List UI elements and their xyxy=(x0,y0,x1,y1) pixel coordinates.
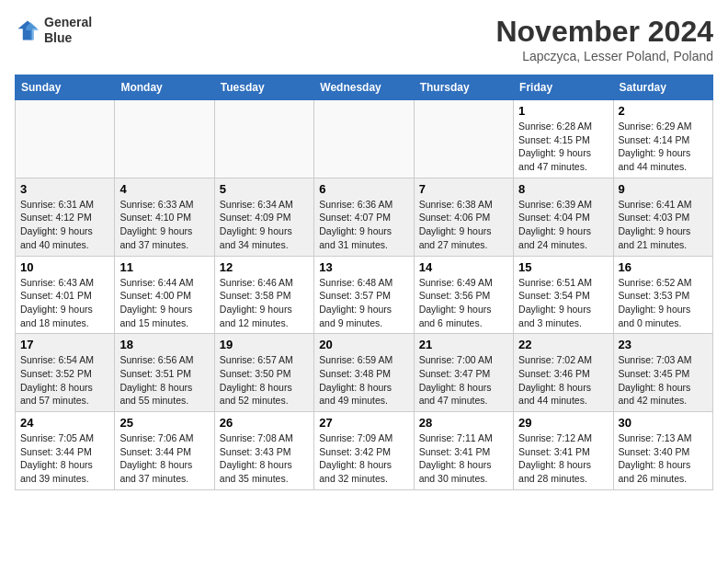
calendar-day-cell xyxy=(314,100,414,178)
calendar-week-row: 17Sunrise: 6:54 AM Sunset: 3:52 PM Dayli… xyxy=(16,334,713,412)
day-number: 6 xyxy=(319,182,408,196)
day-info: Sunrise: 6:44 AM Sunset: 4:00 PM Dayligh… xyxy=(119,276,209,330)
day-number: 13 xyxy=(319,260,408,274)
weekday-header: Thursday xyxy=(414,75,513,100)
day-number: 20 xyxy=(319,338,408,351)
calendar-day-cell: 4Sunrise: 6:33 AM Sunset: 4:10 PM Daylig… xyxy=(115,178,214,256)
weekday-header: Tuesday xyxy=(214,75,313,100)
day-info: Sunrise: 6:49 AM Sunset: 3:56 PM Dayligh… xyxy=(419,276,508,330)
calendar-day-cell: 14Sunrise: 6:49 AM Sunset: 3:56 PM Dayli… xyxy=(414,256,513,334)
calendar-day-cell: 6Sunrise: 6:36 AM Sunset: 4:07 PM Daylig… xyxy=(314,178,414,256)
calendar-table: SundayMondayTuesdayWednesdayThursdayFrid… xyxy=(15,75,713,490)
day-info: Sunrise: 6:48 AM Sunset: 3:57 PM Dayligh… xyxy=(319,276,408,330)
calendar-day-cell: 17Sunrise: 6:54 AM Sunset: 3:52 PM Dayli… xyxy=(16,334,115,412)
calendar-day-cell: 15Sunrise: 6:51 AM Sunset: 3:54 PM Dayli… xyxy=(514,256,613,334)
day-info: Sunrise: 6:57 AM Sunset: 3:50 PM Dayligh… xyxy=(220,353,309,408)
calendar-day-cell: 23Sunrise: 7:03 AM Sunset: 3:45 PM Dayli… xyxy=(613,334,712,412)
day-number: 30 xyxy=(619,416,708,430)
weekday-header: Wednesday xyxy=(314,75,414,100)
calendar-day-cell: 9Sunrise: 6:41 AM Sunset: 4:03 PM Daylig… xyxy=(613,178,712,256)
day-info: Sunrise: 7:13 AM Sunset: 3:40 PM Dayligh… xyxy=(619,431,708,486)
calendar-day-cell: 3Sunrise: 6:31 AM Sunset: 4:12 PM Daylig… xyxy=(16,178,115,256)
day-info: Sunrise: 6:34 AM Sunset: 4:09 PM Dayligh… xyxy=(220,198,309,252)
calendar-day-cell: 25Sunrise: 7:06 AM Sunset: 3:44 PM Dayli… xyxy=(115,412,214,490)
logo-text: General Blue xyxy=(44,15,92,46)
calendar-day-cell: 30Sunrise: 7:13 AM Sunset: 3:40 PM Dayli… xyxy=(613,412,712,490)
calendar-day-cell xyxy=(115,100,214,178)
day-number: 15 xyxy=(518,260,608,274)
day-number: 8 xyxy=(518,182,608,196)
calendar-day-cell: 29Sunrise: 7:12 AM Sunset: 3:41 PM Dayli… xyxy=(514,412,613,490)
day-number: 14 xyxy=(419,260,508,274)
day-info: Sunrise: 6:51 AM Sunset: 3:54 PM Dayligh… xyxy=(518,276,608,330)
day-number: 18 xyxy=(119,338,209,351)
title-area: November 2024 Lapczyca, Lesser Poland, P… xyxy=(495,15,713,63)
day-info: Sunrise: 6:52 AM Sunset: 3:53 PM Dayligh… xyxy=(619,276,708,330)
calendar-day-cell: 1Sunrise: 6:28 AM Sunset: 4:15 PM Daylig… xyxy=(514,100,613,178)
day-number: 11 xyxy=(119,260,209,274)
day-number: 23 xyxy=(619,338,708,351)
day-info: Sunrise: 7:03 AM Sunset: 3:45 PM Dayligh… xyxy=(619,353,708,408)
calendar-header-row: SundayMondayTuesdayWednesdayThursdayFrid… xyxy=(16,75,713,100)
day-info: Sunrise: 7:12 AM Sunset: 3:41 PM Dayligh… xyxy=(518,431,608,486)
day-info: Sunrise: 6:28 AM Sunset: 4:15 PM Dayligh… xyxy=(518,120,608,174)
calendar-week-row: 10Sunrise: 6:43 AM Sunset: 4:01 PM Dayli… xyxy=(16,256,713,334)
day-number: 10 xyxy=(20,260,109,274)
calendar-day-cell: 10Sunrise: 6:43 AM Sunset: 4:01 PM Dayli… xyxy=(16,256,115,334)
day-info: Sunrise: 7:09 AM Sunset: 3:42 PM Dayligh… xyxy=(319,431,408,486)
day-number: 9 xyxy=(619,182,708,196)
day-number: 1 xyxy=(518,104,608,118)
day-info: Sunrise: 6:41 AM Sunset: 4:03 PM Dayligh… xyxy=(619,198,708,252)
weekday-header: Saturday xyxy=(613,75,712,100)
calendar-day-cell: 7Sunrise: 6:38 AM Sunset: 4:06 PM Daylig… xyxy=(414,178,513,256)
calendar-day-cell: 22Sunrise: 7:02 AM Sunset: 3:46 PM Dayli… xyxy=(514,334,613,412)
logo-icon xyxy=(15,17,40,43)
calendar-day-cell: 2Sunrise: 6:29 AM Sunset: 4:14 PM Daylig… xyxy=(613,100,712,178)
day-number: 24 xyxy=(20,416,109,430)
calendar-day-cell: 8Sunrise: 6:39 AM Sunset: 4:04 PM Daylig… xyxy=(514,178,613,256)
day-info: Sunrise: 7:02 AM Sunset: 3:46 PM Dayligh… xyxy=(518,353,608,408)
day-number: 7 xyxy=(419,182,508,196)
day-info: Sunrise: 7:00 AM Sunset: 3:47 PM Dayligh… xyxy=(419,353,508,408)
month-title: November 2024 xyxy=(495,15,713,49)
day-info: Sunrise: 6:36 AM Sunset: 4:07 PM Dayligh… xyxy=(319,198,408,252)
day-number: 2 xyxy=(619,104,708,118)
day-info: Sunrise: 6:43 AM Sunset: 4:01 PM Dayligh… xyxy=(20,276,109,330)
calendar-day-cell: 27Sunrise: 7:09 AM Sunset: 3:42 PM Dayli… xyxy=(314,412,414,490)
day-info: Sunrise: 7:05 AM Sunset: 3:44 PM Dayligh… xyxy=(20,431,109,486)
day-number: 19 xyxy=(220,338,309,351)
weekday-header: Monday xyxy=(115,75,214,100)
day-number: 27 xyxy=(319,416,408,430)
day-number: 12 xyxy=(220,260,309,274)
day-number: 29 xyxy=(518,416,608,430)
day-info: Sunrise: 7:06 AM Sunset: 3:44 PM Dayligh… xyxy=(119,431,209,486)
calendar-day-cell xyxy=(16,100,115,178)
calendar-day-cell: 16Sunrise: 6:52 AM Sunset: 3:53 PM Dayli… xyxy=(613,256,712,334)
calendar-day-cell: 11Sunrise: 6:44 AM Sunset: 4:00 PM Dayli… xyxy=(115,256,214,334)
day-info: Sunrise: 6:33 AM Sunset: 4:10 PM Dayligh… xyxy=(119,198,209,252)
calendar-day-cell: 12Sunrise: 6:46 AM Sunset: 3:58 PM Dayli… xyxy=(214,256,313,334)
calendar-day-cell: 24Sunrise: 7:05 AM Sunset: 3:44 PM Dayli… xyxy=(16,412,115,490)
calendar-day-cell xyxy=(214,100,313,178)
calendar-day-cell: 19Sunrise: 6:57 AM Sunset: 3:50 PM Dayli… xyxy=(214,334,313,412)
day-number: 22 xyxy=(518,338,608,351)
calendar-day-cell: 28Sunrise: 7:11 AM Sunset: 3:41 PM Dayli… xyxy=(414,412,513,490)
day-number: 25 xyxy=(119,416,209,430)
day-number: 21 xyxy=(419,338,508,351)
day-number: 26 xyxy=(220,416,309,430)
calendar-day-cell: 26Sunrise: 7:08 AM Sunset: 3:43 PM Dayli… xyxy=(214,412,313,490)
day-number: 28 xyxy=(419,416,508,430)
calendar-day-cell: 13Sunrise: 6:48 AM Sunset: 3:57 PM Dayli… xyxy=(314,256,414,334)
day-info: Sunrise: 6:59 AM Sunset: 3:48 PM Dayligh… xyxy=(319,353,408,408)
day-info: Sunrise: 6:54 AM Sunset: 3:52 PM Dayligh… xyxy=(20,353,109,408)
logo: General Blue xyxy=(15,15,92,46)
day-info: Sunrise: 6:39 AM Sunset: 4:04 PM Dayligh… xyxy=(518,198,608,252)
day-number: 4 xyxy=(119,182,209,196)
day-info: Sunrise: 6:46 AM Sunset: 3:58 PM Dayligh… xyxy=(220,276,309,330)
calendar-week-row: 1Sunrise: 6:28 AM Sunset: 4:15 PM Daylig… xyxy=(16,100,713,178)
day-info: Sunrise: 6:56 AM Sunset: 3:51 PM Dayligh… xyxy=(119,353,209,408)
location-title: Lapczyca, Lesser Poland, Poland xyxy=(495,49,713,63)
calendar-day-cell: 18Sunrise: 6:56 AM Sunset: 3:51 PM Dayli… xyxy=(115,334,214,412)
weekday-header: Sunday xyxy=(16,75,115,100)
calendar-day-cell: 21Sunrise: 7:00 AM Sunset: 3:47 PM Dayli… xyxy=(414,334,513,412)
